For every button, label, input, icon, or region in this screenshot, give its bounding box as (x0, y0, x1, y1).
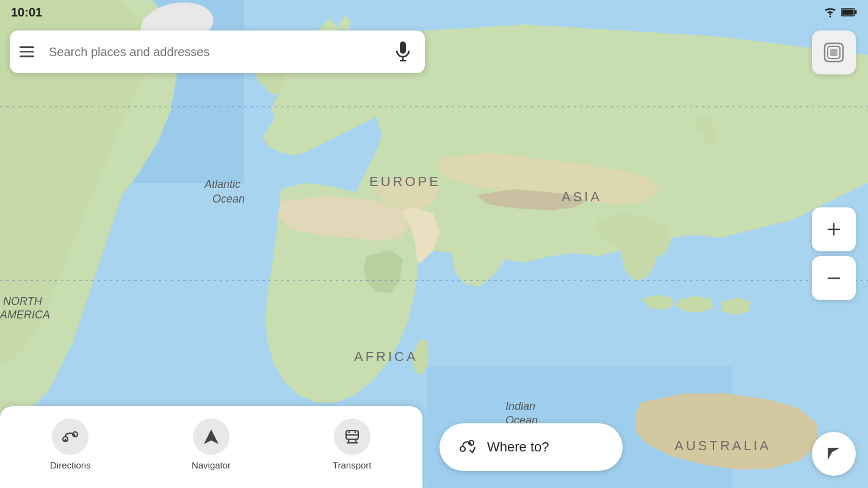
svg-rect-21 (842, 10, 854, 15)
svg-text:EUROPE: EUROPE (369, 174, 441, 189)
nav-item-transport[interactable]: Transport (281, 418, 422, 470)
svg-point-40 (460, 447, 465, 451)
svg-text:AFRICA: AFRICA (354, 349, 418, 364)
locate-button[interactable] (812, 432, 856, 476)
svg-point-18 (830, 16, 831, 18)
bottom-nav-bar: Directions Navigator Transport (0, 406, 422, 488)
layer-icon (822, 40, 846, 65)
menu-line-1 (20, 46, 34, 48)
mic-icon (394, 41, 412, 63)
mic-button[interactable] (391, 40, 415, 64)
directions-icon-circle (52, 418, 89, 455)
navigator-icon (201, 427, 221, 447)
where-to-text: Where to? (487, 439, 549, 455)
layer-toggle-button[interactable] (812, 30, 856, 74)
status-time: 10:01 (11, 5, 42, 20)
svg-rect-34 (346, 434, 358, 436)
wifi-icon (823, 7, 837, 18)
nav-item-directions[interactable]: Directions (0, 418, 141, 470)
zoom-controls (812, 207, 856, 300)
svg-rect-27 (830, 49, 837, 56)
svg-text:AUSTRALIA: AUSTRALIA (675, 438, 771, 453)
navigator-icon-circle (193, 418, 230, 455)
navigate-icon (823, 443, 844, 464)
transport-icon (342, 427, 362, 447)
navigator-label: Navigator (192, 460, 231, 470)
directions-label: Directions (50, 460, 91, 470)
menu-line-3 (20, 56, 34, 57)
menu-button[interactable] (20, 41, 42, 63)
minus-icon (825, 270, 842, 287)
svg-text:Indian: Indian (505, 400, 535, 412)
svg-text:NORTH: NORTH (3, 295, 43, 307)
svg-point-39 (354, 431, 356, 433)
svg-text:Ocean: Ocean (212, 193, 245, 205)
menu-line-2 (20, 51, 34, 53)
where-to-button[interactable]: Where to? (439, 423, 623, 471)
where-to-icon (457, 437, 477, 458)
svg-rect-22 (400, 41, 406, 54)
svg-text:AMERICA: AMERICA (0, 309, 50, 321)
svg-text:ASIA: ASIA (562, 189, 602, 204)
battery-icon (841, 8, 857, 16)
transport-label: Transport (333, 460, 372, 470)
search-input[interactable] (49, 45, 383, 59)
svg-point-38 (348, 431, 350, 433)
directions-icon (60, 427, 80, 447)
transport-icon-circle (334, 418, 371, 455)
plus-icon (825, 221, 842, 238)
status-bar: 10:01 (0, 0, 868, 24)
svg-rect-20 (855, 10, 857, 14)
nav-item-navigator[interactable]: Navigator (141, 418, 282, 470)
status-icons (823, 7, 857, 18)
zoom-in-button[interactable] (812, 207, 856, 251)
svg-text:Atlantic: Atlantic (204, 178, 241, 190)
search-bar[interactable] (10, 30, 425, 73)
zoom-out-button[interactable] (812, 256, 856, 300)
